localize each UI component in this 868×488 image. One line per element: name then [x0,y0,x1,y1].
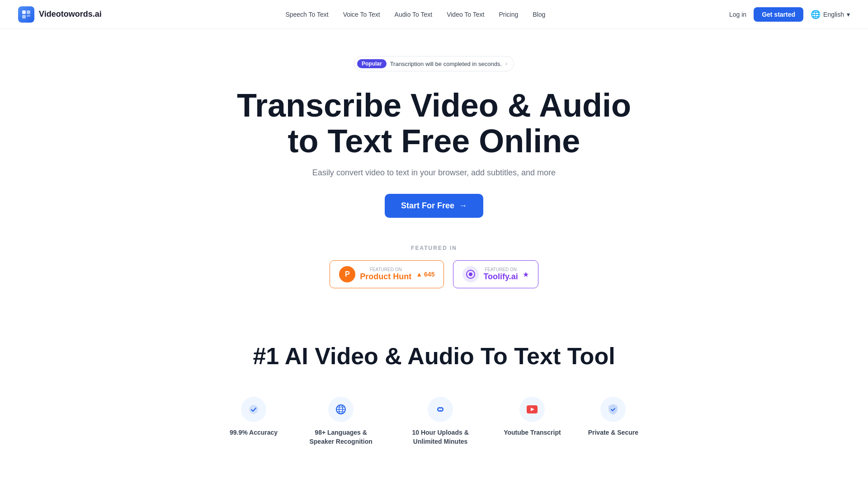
youtube-label: Youtube Transcript [504,428,561,437]
toolify-logo [462,266,479,282]
accuracy-icon [241,397,266,422]
nav-audio-to-text[interactable]: Audio To Text [395,11,433,18]
flag-icon: 🌐 [811,9,821,19]
logo-text: Videotowords.ai [39,9,102,19]
feature-youtube: Youtube Transcript [504,397,561,446]
product-hunt-badge[interactable]: P FEATURED ON Product Hunt ▲ 645 [330,260,444,288]
toolify-star-area: ★ [523,270,529,279]
featured-badges: P FEATURED ON Product Hunt ▲ 645 [18,260,850,288]
get-started-button[interactable]: Get started [754,7,803,22]
language-label: English [823,11,844,18]
featured-in-label: FEATURED IN [18,245,850,251]
feature-uploads: 10 Hour Uploads & Unlimited Minutes [404,397,476,446]
toolify-star-icon: ★ [523,271,529,278]
uploads-icon [428,397,453,422]
hero-headline: Transcribe Video & Audio to Text Free On… [231,88,637,159]
logo[interactable]: Videotowords.ai [18,6,102,23]
product-hunt-logo: P [339,266,355,282]
uploads-label: 10 Hour Uploads & Unlimited Minutes [404,428,476,446]
chevron-down-icon: ▾ [847,11,850,18]
languages-label: 98+ Languages & Speaker Recognition [305,428,377,446]
nav-video-to-text[interactable]: Video To Text [447,11,484,18]
ph-upvote-icon: ▲ [416,271,422,278]
svg-rect-2 [22,15,26,19]
feature-secure: Private & Secure [588,397,638,446]
youtube-icon [519,397,545,422]
svg-rect-3 [27,15,30,17]
svg-rect-1 [27,10,30,14]
secure-label: Private & Secure [588,428,638,437]
start-free-arrow-icon: → [459,201,467,211]
badge-popular-label: Popular [357,59,387,68]
ph-count: 645 [424,271,434,278]
svg-point-5 [469,272,472,276]
hero-badge[interactable]: Popular Transcription will be completed … [354,56,514,71]
nav-pricing[interactable]: Pricing [499,11,518,18]
toolify-badge[interactable]: FEATURED ON Toolify.ai ★ [453,260,538,288]
badge-text: Transcription will be completed in secon… [390,61,502,67]
ph-name: Product Hunt [360,272,411,282]
language-selector[interactable]: 🌐 English ▾ [811,9,850,19]
login-button[interactable]: Log in [729,11,746,18]
start-free-label: Start For Free [401,201,454,211]
features-grid: 99.9% Accuracy 98+ Languages & Speaker R… [0,388,868,473]
svg-point-6 [249,405,258,414]
badge-arrow-icon: › [505,61,507,67]
nav-blog[interactable]: Blog [533,11,545,18]
product-hunt-info: FEATURED ON Product Hunt [360,267,411,282]
ph-count-area: ▲ 645 [416,271,434,278]
hero-section: Popular Transcription will be completed … [0,29,868,306]
featured-in-section: FEATURED IN P FEATURED ON Product Hunt ▲… [18,245,850,288]
toolify-info: FEATURED ON Toolify.ai [483,267,518,282]
hero-subheadline: Easily convert video to text in your bro… [18,168,850,178]
ph-featured-on-text: FEATURED ON [360,267,411,272]
languages-icon [328,397,354,422]
secure-icon [600,397,626,422]
feature-accuracy: 99.9% Accuracy [230,397,278,446]
accuracy-label: 99.9% Accuracy [230,428,278,437]
svg-rect-0 [22,10,26,14]
nav-right: Log in Get started 🌐 English ▾ [729,7,850,22]
ai-tool-title: #1 AI Video & Audio To Text Tool [18,343,850,370]
ai-tool-section: #1 AI Video & Audio To Text Tool [0,306,868,388]
navbar: Videotowords.ai Speech To Text Voice To … [0,0,868,29]
start-free-button[interactable]: Start For Free → [385,194,483,218]
feature-languages: 98+ Languages & Speaker Recognition [305,397,377,446]
toolify-name: Toolify.ai [483,272,518,282]
toolify-featured-on-text: FEATURED ON [483,267,518,272]
nav-speech-to-text[interactable]: Speech To Text [285,11,328,18]
logo-icon [18,6,34,23]
nav-voice-to-text[interactable]: Voice To Text [343,11,380,18]
nav-links: Speech To Text Voice To Text Audio To Te… [285,11,545,18]
